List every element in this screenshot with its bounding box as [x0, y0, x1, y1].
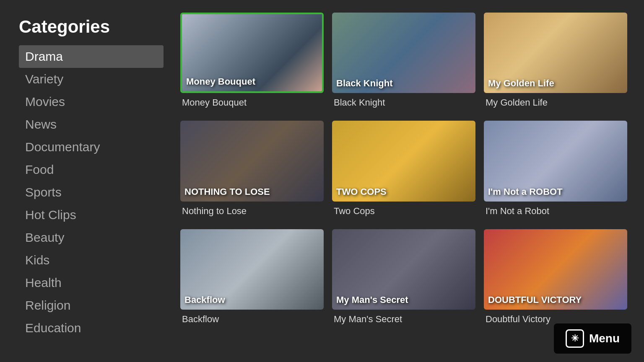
show-bg-backflow: Backflow: [180, 229, 324, 310]
show-thumbnail-nothing-to-lose: NOTHING TO LOSE: [180, 121, 324, 201]
sidebar-item-food[interactable]: Food: [19, 158, 164, 181]
sidebar-item-health[interactable]: Health: [19, 272, 164, 294]
show-thumbnail-money-bouquet: Money Bouquet: [180, 13, 324, 93]
show-bg-my-mans-secret: My Man's Secret: [332, 229, 475, 310]
menu-button[interactable]: ✳ Menu: [554, 323, 631, 354]
sidebar-item-religion[interactable]: Religion: [19, 294, 164, 317]
sidebar-title: Categories: [19, 17, 164, 37]
show-overlay-black-knight: Black Knight: [336, 78, 392, 89]
show-bg-two-cops: TWO COPS: [332, 121, 475, 201]
show-grid-row3: BackflowBackflowMy Man's SecretMy Man's …: [180, 229, 627, 325]
show-card-money-bouquet[interactable]: Money BouquetMoney Bouquet: [180, 13, 324, 108]
show-bg-my-golden-life: My Golden Life: [484, 13, 627, 93]
show-overlay-nothing-to-lose: NOTHING TO LOSE: [184, 186, 270, 197]
main-content: Money BouquetMoney BouquetBlack KnightBl…: [164, 0, 644, 362]
show-grid-row1: Money BouquetMoney BouquetBlack KnightBl…: [180, 13, 627, 108]
show-card-my-mans-secret[interactable]: My Man's SecretMy Man's Secret: [332, 229, 475, 325]
show-overlay-im-not-a-robot: I'm Not a ROBOT: [488, 186, 563, 197]
show-overlay-money-bouquet: Money Bouquet: [186, 76, 255, 87]
show-bg-im-not-a-robot: I'm Not a ROBOT: [484, 121, 627, 201]
show-overlay-backflow: Backflow: [184, 295, 225, 305]
show-title-money-bouquet: Money Bouquet: [180, 97, 324, 108]
show-bg-money-bouquet: Money Bouquet: [182, 14, 322, 91]
show-thumbnail-my-golden-life: My Golden Life: [484, 13, 627, 93]
show-thumbnail-backflow: Backflow: [180, 229, 324, 310]
show-card-my-golden-life[interactable]: My Golden LifeMy Golden Life: [484, 13, 627, 108]
show-bg-doubtful-victory: DOUBTFUL VICTORY: [484, 229, 627, 310]
show-card-nothing-to-lose[interactable]: NOTHING TO LOSENothing to Lose: [180, 121, 324, 216]
show-title-my-mans-secret: My Man's Secret: [332, 314, 475, 325]
show-card-backflow[interactable]: BackflowBackflow: [180, 229, 324, 325]
menu-label: Menu: [589, 332, 620, 345]
show-thumbnail-my-mans-secret: My Man's Secret: [332, 229, 475, 310]
menu-icon: ✳: [566, 329, 584, 348]
sidebar-items: DramaVarietyMoviesNewsDocumentaryFoodSpo…: [19, 45, 164, 339]
sidebar-item-beauty[interactable]: Beauty: [19, 226, 164, 249]
show-overlay-my-golden-life: My Golden Life: [488, 78, 554, 89]
show-title-two-cops: Two Cops: [332, 206, 475, 217]
sidebar-item-kids[interactable]: Kids: [19, 249, 164, 272]
show-thumbnail-im-not-a-robot: I'm Not a ROBOT: [484, 121, 627, 201]
show-title-backflow: Backflow: [180, 314, 324, 325]
show-thumbnail-doubtful-victory: DOUBTFUL VICTORY: [484, 229, 627, 310]
show-thumbnail-black-knight: Black Knight: [332, 13, 475, 93]
sidebar-item-drama[interactable]: Drama: [19, 45, 164, 68]
show-title-nothing-to-lose: Nothing to Lose: [180, 206, 324, 217]
sidebar-item-hot-clips[interactable]: Hot Clips: [19, 204, 164, 226]
show-title-black-knight: Black Knight: [332, 97, 475, 108]
show-bg-black-knight: Black Knight: [332, 13, 475, 93]
show-title-im-not-a-robot: I'm Not a Robot: [484, 206, 627, 217]
sidebar: Categories DramaVarietyMoviesNewsDocumen…: [0, 0, 164, 362]
sidebar-item-news[interactable]: News: [19, 113, 164, 136]
show-thumbnail-two-cops: TWO COPS: [332, 121, 475, 201]
show-card-black-knight[interactable]: Black KnightBlack Knight: [332, 13, 475, 108]
show-title-my-golden-life: My Golden Life: [484, 97, 627, 108]
sidebar-item-education[interactable]: Education: [19, 317, 164, 339]
show-grid-row2: NOTHING TO LOSENothing to LoseTWO COPSTw…: [180, 121, 627, 216]
show-card-two-cops[interactable]: TWO COPSTwo Cops: [332, 121, 475, 216]
sidebar-item-sports[interactable]: Sports: [19, 181, 164, 204]
show-overlay-two-cops: TWO COPS: [336, 186, 387, 197]
show-bg-nothing-to-lose: NOTHING TO LOSE: [180, 121, 324, 201]
sidebar-item-variety[interactable]: Variety: [19, 68, 164, 90]
show-card-doubtful-victory[interactable]: DOUBTFUL VICTORYDoubtful Victory: [484, 229, 627, 325]
show-overlay-my-mans-secret: My Man's Secret: [336, 295, 408, 305]
sidebar-item-documentary[interactable]: Documentary: [19, 136, 164, 158]
sidebar-item-movies[interactable]: Movies: [19, 90, 164, 113]
show-card-im-not-a-robot[interactable]: I'm Not a ROBOTI'm Not a Robot: [484, 121, 627, 216]
show-overlay-doubtful-victory: DOUBTFUL VICTORY: [488, 295, 582, 305]
